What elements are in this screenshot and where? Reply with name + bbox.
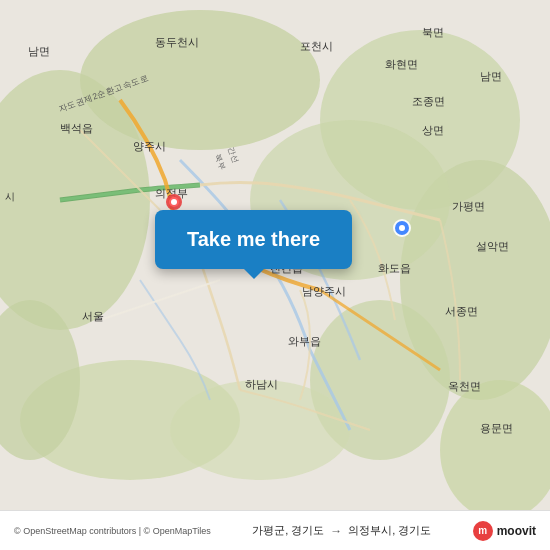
route-to: 의정부시, 경기도	[348, 523, 431, 538]
svg-text:서종면: 서종면	[445, 305, 478, 317]
route-from: 가평군, 경기도	[252, 523, 324, 538]
svg-point-42	[399, 225, 405, 231]
take-me-there-button[interactable]: Take me there	[155, 210, 352, 269]
svg-text:상면: 상면	[422, 124, 444, 136]
svg-point-39	[171, 199, 177, 205]
svg-text:옥천면: 옥천면	[448, 380, 481, 392]
svg-text:화현면: 화현면	[385, 58, 418, 70]
svg-text:설악면: 설악면	[476, 240, 509, 252]
svg-text:북면: 북면	[422, 26, 444, 38]
svg-text:조종면: 조종면	[412, 95, 445, 107]
bottom-bar: © OpenStreetMap contributors | © OpenMap…	[0, 510, 550, 550]
svg-text:하남시: 하남시	[245, 378, 278, 390]
svg-text:양주시: 양주시	[133, 140, 166, 152]
svg-text:동두천시: 동두천시	[155, 36, 199, 48]
moovit-icon: m	[473, 521, 493, 541]
svg-text:남면: 남면	[480, 70, 502, 82]
svg-text:남면: 남면	[28, 45, 50, 57]
route-info: 가평군, 경기도 → 의정부시, 경기도	[252, 523, 431, 538]
svg-text:포천시: 포천시	[300, 40, 333, 52]
svg-text:와부읍: 와부읍	[288, 335, 321, 347]
svg-text:용문면: 용문면	[480, 422, 513, 434]
attribution: © OpenStreetMap contributors | © OpenMap…	[14, 526, 211, 536]
moovit-brand-name: moovit	[497, 524, 536, 538]
svg-point-2	[80, 10, 320, 150]
svg-text:서울: 서울	[82, 310, 104, 322]
svg-text:남양주시: 남양주시	[302, 285, 346, 297]
svg-text:가평면: 가평면	[452, 200, 485, 212]
route-arrow: →	[330, 524, 342, 538]
svg-text:백석읍: 백석읍	[60, 122, 93, 134]
svg-text:시: 시	[5, 191, 15, 202]
moovit-logo: m moovit	[473, 521, 536, 541]
svg-text:화도읍: 화도읍	[378, 262, 411, 274]
map-container: 동두천시 포천시 북면 남면 화현면 조종면 백석읍 양주시 상면 남면 의정부…	[0, 0, 550, 510]
